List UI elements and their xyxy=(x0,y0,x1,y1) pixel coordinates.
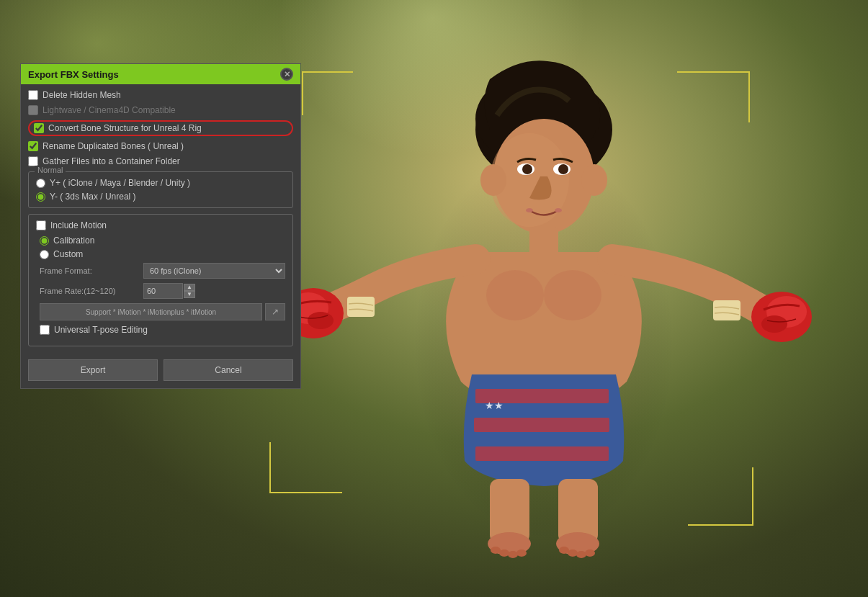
corner-marker-br xyxy=(684,464,756,529)
support-row: Support * iMotion * iMotionplus * itMoti… xyxy=(40,303,285,320)
motion-inner: Calibration Custom Frame Format: 60 fps … xyxy=(36,235,285,335)
frame-rate-spinner: ▲ ▼ xyxy=(184,284,195,298)
delete-hidden-mesh-label[interactable]: Delete Hidden Mesh xyxy=(42,90,121,100)
delete-hidden-mesh-checkbox[interactable] xyxy=(28,90,38,100)
normal-legend: Normal xyxy=(35,166,66,174)
svg-text:★★: ★★ xyxy=(485,400,504,411)
export-fbx-dialog: Export FBX Settings ✕ Delete Hidden Mesh… xyxy=(20,63,301,389)
lightwave-row: Lightwave / Cinema4D Compatible xyxy=(28,105,293,115)
frame-format-select[interactable]: 60 fps (iClone) xyxy=(143,263,285,279)
svg-point-36 xyxy=(576,551,586,558)
frame-rate-input-wrap: ▲ ▼ xyxy=(143,283,285,299)
dialog-content: Delete Hidden Mesh Lightwave / Cinema4D … xyxy=(21,84,300,359)
dialog-buttons: Export Cancel xyxy=(21,359,300,388)
svg-point-32 xyxy=(508,551,518,558)
support-export-icon[interactable]: ↗ xyxy=(265,303,285,320)
motion-group: Include Motion Calibration Custom Frame … xyxy=(28,214,293,346)
rename-duplicated-label[interactable]: Rename Duplicated Bones ( Unreal ) xyxy=(42,141,184,151)
frame-format-label: Frame Format: xyxy=(40,266,140,275)
svg-point-34 xyxy=(559,547,569,554)
support-button[interactable]: Support * iMotion * iMotionplus * itMoti… xyxy=(40,303,262,320)
svg-point-25 xyxy=(761,315,787,333)
rename-duplicated-checkbox[interactable] xyxy=(28,141,38,151)
gather-files-row: Gather Files into a Container Folder xyxy=(28,156,293,166)
convert-bone-checkbox[interactable] xyxy=(34,123,44,133)
close-button[interactable]: ✕ xyxy=(280,68,293,81)
custom-row: Custom xyxy=(40,249,285,259)
tpose-label[interactable]: Universal T-pose Editing xyxy=(54,325,148,335)
include-motion-checkbox[interactable] xyxy=(36,220,46,230)
svg-rect-17 xyxy=(474,418,609,432)
frame-rate-up[interactable]: ▲ xyxy=(184,284,195,291)
svg-point-8 xyxy=(558,164,568,174)
delete-hidden-mesh-row: Delete Hidden Mesh xyxy=(28,90,293,100)
dialog-title: Export FBX Settings xyxy=(28,69,119,80)
export-button[interactable]: Export xyxy=(28,359,158,381)
gather-files-label[interactable]: Gather Files into a Container Folder xyxy=(42,156,180,166)
frame-rate-row: Frame Rate:(12~120) ▲ ▼ xyxy=(40,283,285,299)
lightwave-checkbox xyxy=(28,105,38,115)
calibration-radio[interactable] xyxy=(40,236,49,246)
frame-rate-label: Frame Rate:(12~120) xyxy=(40,287,140,295)
svg-point-22 xyxy=(308,312,334,329)
svg-point-12 xyxy=(581,164,607,196)
svg-point-11 xyxy=(480,164,506,196)
gather-files-checkbox[interactable] xyxy=(28,156,38,166)
radio-y-minus-row: Y- ( 3ds Max / Unreal ) xyxy=(36,192,285,202)
convert-bone-row: Convert Bone Structure for Unreal 4 Rig xyxy=(28,120,293,136)
svg-point-10 xyxy=(555,208,562,212)
radio-y-minus-label[interactable]: Y- ( 3ds Max / Unreal ) xyxy=(50,192,136,202)
svg-point-6 xyxy=(522,164,532,174)
svg-point-15 xyxy=(544,270,601,320)
tpose-checkbox[interactable] xyxy=(40,325,50,335)
calibration-row: Calibration xyxy=(40,235,285,246)
radio-y-plus[interactable] xyxy=(36,179,45,188)
custom-label[interactable]: Custom xyxy=(53,249,83,259)
radio-y-minus[interactable] xyxy=(36,192,45,202)
tpose-row: Universal T-pose Editing xyxy=(40,325,285,335)
normal-group: Normal Y+ ( iClone / Maya / Blender / Un… xyxy=(28,171,293,208)
motion-header: Include Motion xyxy=(36,220,285,230)
export-arrow-icon: ↗ xyxy=(272,307,279,317)
lightwave-label: Lightwave / Cinema4D Compatible xyxy=(42,105,176,115)
rename-duplicated-row: Rename Duplicated Bones ( Unreal ) xyxy=(28,141,293,151)
svg-point-33 xyxy=(516,549,527,557)
svg-point-30 xyxy=(491,547,501,554)
calibration-label[interactable]: Calibration xyxy=(53,235,94,246)
svg-rect-18 xyxy=(475,446,609,461)
svg-point-9 xyxy=(526,208,533,212)
svg-point-14 xyxy=(486,270,544,320)
corner-marker-tl xyxy=(299,68,357,119)
dialog-title-bar: Export FBX Settings ✕ xyxy=(21,64,300,84)
include-motion-label[interactable]: Include Motion xyxy=(50,220,107,230)
svg-rect-38 xyxy=(347,297,375,317)
cancel-button[interactable]: Cancel xyxy=(164,359,293,381)
svg-point-31 xyxy=(499,549,509,557)
convert-bone-label[interactable]: Convert Bone Structure for Unreal 4 Rig xyxy=(48,123,202,133)
svg-point-35 xyxy=(568,549,578,557)
frame-rate-input[interactable] xyxy=(143,283,183,299)
corner-marker-tr xyxy=(674,68,753,126)
corner-marker-bl xyxy=(267,439,346,496)
svg-point-37 xyxy=(585,549,595,557)
radio-y-plus-label[interactable]: Y+ ( iClone / Maya / Blender / Unity ) xyxy=(50,178,190,188)
frame-rate-down[interactable]: ▼ xyxy=(184,291,195,298)
frame-format-row: Frame Format: 60 fps (iClone) xyxy=(40,263,285,279)
radio-y-plus-row: Y+ ( iClone / Maya / Blender / Unity ) xyxy=(36,178,285,188)
svg-rect-39 xyxy=(713,300,741,320)
custom-radio[interactable] xyxy=(40,250,49,259)
